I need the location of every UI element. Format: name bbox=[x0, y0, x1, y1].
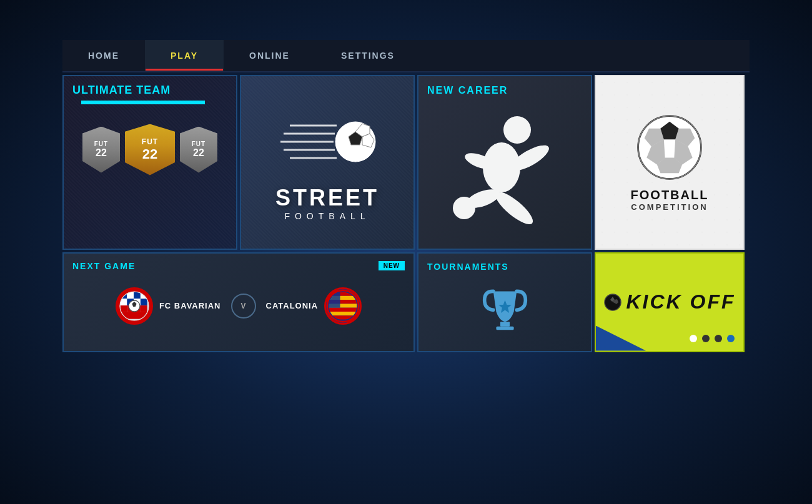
career-content bbox=[418, 100, 591, 241]
team2-container: CATALONIA bbox=[266, 287, 362, 325]
kickoff-tile[interactable]: KICK OFF bbox=[595, 252, 745, 352]
svg-point-9 bbox=[503, 116, 531, 144]
football-competition-ball-icon bbox=[635, 113, 704, 182]
bavarian-badge-icon bbox=[117, 289, 151, 323]
street-football-logo: STREET FOOTBALL bbox=[275, 185, 379, 221]
kickoff-ball-icon bbox=[603, 293, 622, 312]
fut-badge-small-right: FUT 22 bbox=[177, 124, 220, 175]
kickoff-accent bbox=[596, 326, 646, 351]
dot-3[interactable] bbox=[715, 335, 722, 342]
next-game-header: NEXT GAME NEW bbox=[64, 254, 413, 275]
tournaments-label: TOURNAMENTS bbox=[427, 262, 509, 272]
match-row: FC BAVARIAN V CATALONIA bbox=[64, 275, 413, 337]
kickoff-text: KICK OFF bbox=[626, 290, 735, 314]
nav-online[interactable]: ONLINE bbox=[224, 40, 315, 71]
svg-point-56 bbox=[605, 294, 621, 310]
street-football-tile[interactable]: STREET FOOTBALL bbox=[240, 75, 415, 250]
fut-badge-large-center: FUT 22 bbox=[129, 124, 171, 175]
next-game-label: NEXT GAME bbox=[72, 261, 136, 271]
team2-badge bbox=[324, 287, 362, 325]
football-competition-tile[interactable]: FOOTBALL COMPETITION bbox=[595, 75, 745, 250]
dot-1[interactable] bbox=[690, 335, 697, 342]
game-grid: ULTIMATE TEAM FUT 22 FUT 22 bbox=[62, 75, 750, 465]
main-container: HOME PLAY ONLINE SETTINGS ULTIMATE TEAM bbox=[62, 40, 750, 465]
kickoff-dots bbox=[690, 335, 735, 342]
svg-rect-34 bbox=[120, 305, 127, 312]
svg-rect-33 bbox=[141, 299, 147, 305]
new-career-tile[interactable]: NEW CAREER bbox=[417, 75, 592, 250]
vs-indicator: V bbox=[231, 294, 256, 319]
team1-name: FC BAVARIAN bbox=[159, 301, 221, 310]
team1-badge bbox=[116, 287, 153, 325]
trophy-icon bbox=[482, 285, 528, 332]
football-competition-title: FOOTBALL COMPETITION bbox=[631, 188, 709, 212]
svg-rect-55 bbox=[496, 327, 513, 330]
svg-point-14 bbox=[491, 187, 537, 229]
new-badge: NEW bbox=[379, 261, 405, 270]
dot-2[interactable] bbox=[702, 335, 710, 342]
nav-play[interactable]: PLAY bbox=[145, 40, 224, 71]
svg-point-15 bbox=[453, 197, 475, 219]
ultimate-team-header: ULTIMATE TEAM bbox=[64, 76, 236, 112]
svg-rect-48 bbox=[329, 307, 359, 311]
svg-rect-54 bbox=[500, 322, 510, 327]
tournaments-tile[interactable]: TOURNAMENTS bbox=[417, 252, 592, 352]
team2-name: CATALONIA bbox=[266, 301, 319, 310]
ultimate-team-badges: FUT 22 FUT 22 FUT 22 bbox=[64, 112, 236, 188]
nav-settings[interactable]: SETTINGS bbox=[315, 40, 420, 71]
dot-4[interactable] bbox=[727, 335, 735, 342]
ultimate-team-title: ULTIMATE TEAM bbox=[72, 84, 227, 97]
svg-rect-49 bbox=[329, 312, 359, 315]
nav-home[interactable]: HOME bbox=[62, 40, 145, 71]
ultimate-team-tile[interactable]: ULTIMATE TEAM FUT 22 FUT 22 bbox=[62, 75, 237, 250]
street-ball-container bbox=[241, 104, 413, 179]
svg-rect-37 bbox=[141, 305, 147, 312]
player-silhouette-icon bbox=[436, 111, 573, 249]
catalonia-badge-icon bbox=[326, 289, 360, 323]
next-game-tile[interactable]: NEXT GAME NEW bbox=[62, 252, 415, 352]
motion-lines-icon bbox=[277, 110, 377, 172]
trophy-container bbox=[418, 280, 591, 351]
ultimate-team-bar bbox=[81, 101, 205, 104]
career-label: NEW CAREER bbox=[418, 76, 591, 100]
navigation-bar: HOME PLAY ONLINE SETTINGS bbox=[62, 40, 750, 72]
tournaments-content: TOURNAMENTS bbox=[418, 254, 591, 351]
team1-container: FC BAVARIAN bbox=[116, 287, 221, 325]
fut-badge-small-left: FUT 22 bbox=[80, 124, 122, 175]
kickoff-content: KICK OFF bbox=[603, 290, 735, 314]
svg-rect-28 bbox=[134, 292, 141, 299]
